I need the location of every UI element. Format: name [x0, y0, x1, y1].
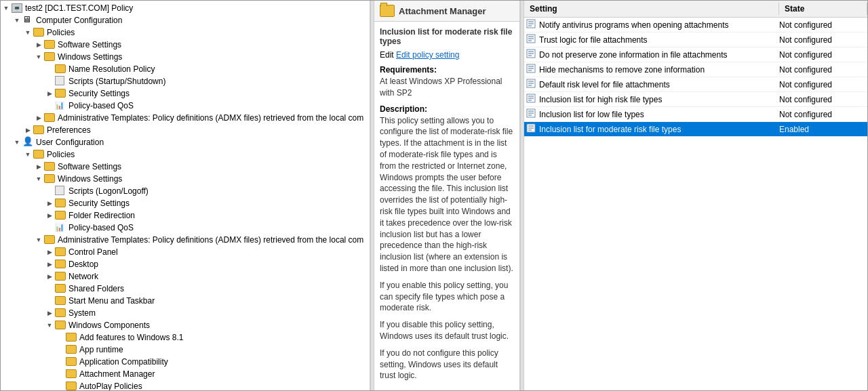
- tree-item-shared-folders[interactable]: Shared Folders: [1, 283, 370, 295]
- tree-item-user-scripts[interactable]: Scripts (Logon/Logoff): [1, 185, 370, 197]
- settings-row-r2[interactable]: Trust logic for file attachments Not con…: [524, 33, 867, 47]
- state-column-header: State: [779, 3, 867, 15]
- settings-name-r6: Inclusion list for high risk file types: [538, 95, 779, 104]
- tree-toggle-comp-software[interactable]: ▶: [33, 41, 44, 48]
- settings-row-r3[interactable]: Do not preserve zone information in file…: [524, 47, 867, 62]
- tree-icon-folder: [44, 161, 56, 172]
- tree-toggle-user-admx[interactable]: ▼: [33, 236, 44, 243]
- tree-toggle-comp-security[interactable]: ▶: [44, 90, 55, 97]
- tree-item-computer-config[interactable]: ▼🖥Computer Configuration: [1, 14, 370, 26]
- tree-item-desktop[interactable]: ▶Desktop: [1, 258, 370, 270]
- tree-toggle-root[interactable]: ▼: [1, 5, 12, 12]
- tree-item-user-folder-redir[interactable]: ▶Folder Redirection: [1, 209, 370, 222]
- tree-icon-folder: [55, 198, 67, 209]
- tree-toggle-desktop[interactable]: ▶: [44, 261, 55, 268]
- description-label: Description:: [380, 104, 514, 114]
- tree-toggle-user-policies[interactable]: ▼: [22, 151, 33, 158]
- tree-toggle-user-config[interactable]: ▼: [12, 139, 22, 146]
- tree-label-desktop: Desktop: [68, 260, 98, 269]
- tree-item-user-admx[interactable]: ▼Administrative Templates: Policy defini…: [1, 234, 370, 246]
- tree-item-comp-admx[interactable]: ▶Administrative Templates: Policy defini…: [1, 112, 370, 124]
- tree-toggle-control-panel[interactable]: ▶: [44, 249, 55, 255]
- settings-icon-r2: [524, 34, 538, 45]
- tree-item-comp-policies[interactable]: ▼Policies: [1, 26, 370, 39]
- settings-state-r8: Enabled: [779, 125, 867, 134]
- tree-item-add-features[interactable]: Add features to Windows 8.1: [1, 331, 370, 344]
- tree-item-comp-security[interactable]: ▶Security Settings: [1, 87, 370, 100]
- tree-item-user-security[interactable]: ▶Security Settings: [1, 197, 370, 209]
- tree-item-root[interactable]: ▼💻test2 [DC1.TEST.COM] Policy: [1, 2, 370, 14]
- tree-toggle-computer-config[interactable]: ▼: [12, 17, 22, 24]
- tree-item-comp-qos[interactable]: 📊Policy-based QoS: [1, 100, 370, 112]
- tree-label-user-security: Security Settings: [68, 199, 130, 208]
- tree-toggle-user-folder-redir[interactable]: ▶: [44, 212, 55, 219]
- tree-toggle-comp-admx[interactable]: ▶: [33, 115, 44, 121]
- tree-label-user-windows: Windows Settings: [58, 174, 122, 184]
- tree-item-comp-scripts[interactable]: Scripts (Startup/Shutdown): [1, 75, 370, 87]
- tree-label-computer-config: Computer Configuration: [36, 16, 122, 25]
- tree-item-comp-windows[interactable]: ▼Windows Settings: [1, 51, 370, 63]
- tree-item-comp-nameresol[interactable]: Name Resolution Policy: [1, 63, 370, 75]
- middle-panel-content: Inclusion list for moderate risk file ty…: [374, 22, 519, 387]
- tree-label-comp-software: Software Settings: [58, 40, 121, 49]
- tree-icon-folder: [66, 344, 78, 355]
- tree-icon-folder: [55, 247, 67, 258]
- tree-toggle-user-software[interactable]: ▶: [33, 163, 44, 170]
- tree-item-user-qos[interactable]: 📊Policy-based QoS: [1, 222, 370, 234]
- tree-icon-folder: [55, 283, 67, 294]
- tree-item-attach-mgr[interactable]: Attachment Manager: [1, 368, 370, 380]
- folder-icon-large: [380, 5, 395, 17]
- settings-row-r6[interactable]: Inclusion list for high risk file types …: [524, 92, 867, 107]
- tree-toggle-user-security[interactable]: ▶: [44, 200, 55, 207]
- tree-toggle-user-windows[interactable]: ▼: [33, 176, 44, 182]
- tree-icon-chart: 📊: [55, 100, 67, 111]
- settings-state-r2: Not configured: [779, 35, 867, 45]
- settings-icon-r1: [524, 19, 538, 30]
- tree-icon-folder: [66, 332, 78, 343]
- tree-toggle-system[interactable]: ▶: [44, 310, 55, 316]
- tree-toggle-comp-windows[interactable]: ▼: [33, 54, 44, 60]
- tree-label-comp-policies: Policies: [47, 28, 75, 37]
- settings-state-r6: Not configured: [779, 95, 867, 104]
- settings-name-r3: Do not preserve zone information in file…: [538, 50, 779, 60]
- tree-item-user-windows[interactable]: ▼Windows Settings: [1, 173, 370, 185]
- tree-icon-folder: [44, 173, 56, 184]
- settings-row-r5[interactable]: Default risk level for file attachments …: [524, 77, 867, 92]
- selected-policy-title: Inclusion list for moderate risk file ty…: [380, 27, 514, 46]
- tree-item-start-menu[interactable]: Start Menu and Taskbar: [1, 295, 370, 307]
- edit-policy-link[interactable]: Edit policy setting: [396, 50, 459, 60]
- settings-row-r4[interactable]: Hide mechanisms to remove zone informati…: [524, 62, 867, 77]
- tree-toggle-win-components[interactable]: ▼: [44, 322, 55, 329]
- if-disabled-text: If you disable this policy setting, Wind…: [380, 319, 514, 342]
- tree-item-user-config[interactable]: ▼👤User Configuration: [1, 136, 370, 148]
- settings-row-r1[interactable]: Notify antivirus programs when opening a…: [524, 18, 867, 33]
- tree-item-app-runtime[interactable]: App runtime: [1, 344, 370, 356]
- tree-label-add-features: Add features to Windows 8.1: [79, 333, 183, 342]
- settings-name-r1: Notify antivirus programs when opening a…: [538, 20, 779, 30]
- tree-icon-folder: [44, 39, 56, 50]
- tree-label-app-compat: Application Compatibility: [79, 357, 168, 367]
- settings-name-r4: Hide mechanisms to remove zone informati…: [538, 65, 779, 75]
- settings-icon-r8: [524, 123, 538, 135]
- tree-icon-folder: [55, 259, 67, 270]
- settings-row-r7[interactable]: Inclusion list for low file types Not co…: [524, 107, 867, 122]
- tree-toggle-comp-prefs[interactable]: ▶: [22, 127, 33, 133]
- tree-toggle-network[interactable]: ▶: [44, 273, 55, 280]
- settings-row-r8[interactable]: Inclusion list for moderate risk file ty…: [524, 122, 867, 137]
- tree-icon-folder: [55, 295, 67, 306]
- tree-item-autoplay[interactable]: AutoPlay Policies: [1, 380, 370, 390]
- tree-item-control-panel[interactable]: ▶Control Panel: [1, 246, 370, 258]
- tree-item-network[interactable]: ▶Network: [1, 270, 370, 283]
- tree-item-comp-prefs[interactable]: ▶Preferences: [1, 124, 370, 136]
- tree-item-app-compat[interactable]: Application Compatibility: [1, 356, 370, 368]
- tree-item-system[interactable]: ▶System: [1, 307, 370, 319]
- tree-toggle-comp-policies[interactable]: ▼: [22, 29, 33, 36]
- tree-label-user-software: Software Settings: [58, 162, 121, 171]
- settings-icon-r4: [524, 64, 538, 75]
- tree-item-user-software[interactable]: ▶Software Settings: [1, 161, 370, 173]
- tree-item-win-components[interactable]: ▼Windows Components: [1, 319, 370, 331]
- tree-item-comp-software[interactable]: ▶Software Settings: [1, 39, 370, 51]
- left-panel: ▼💻test2 [DC1.TEST.COM] Policy▼🖥Computer …: [1, 1, 370, 390]
- settings-state-r7: Not configured: [779, 110, 867, 119]
- tree-item-user-policies[interactable]: ▼Policies: [1, 148, 370, 161]
